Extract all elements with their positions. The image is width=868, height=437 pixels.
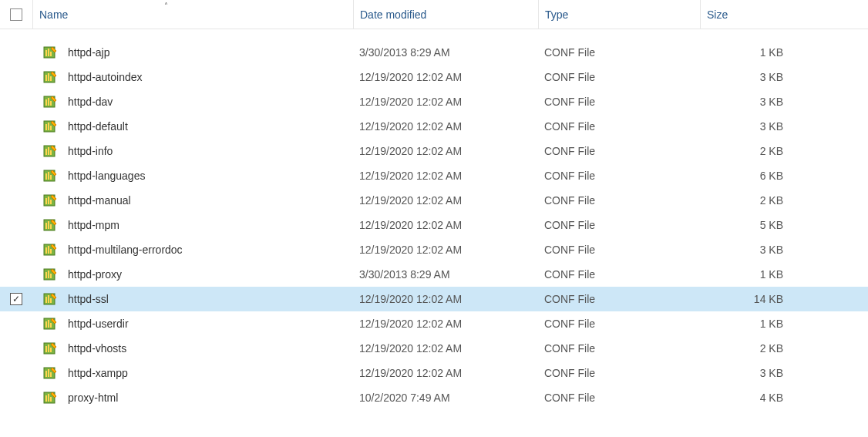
- file-row[interactable]: httpd-manual12/19/2020 12:02 AMCONF File…: [0, 188, 868, 213]
- file-rows-container: httpd-ajp3/30/2013 8:29 AMCONF File1 KBh…: [0, 29, 868, 410]
- svg-rect-2: [48, 49, 49, 56]
- conf-file-icon: [43, 243, 57, 257]
- file-name-cell[interactable]: httpd-manual: [32, 193, 353, 207]
- file-name-label: httpd-multilang-errordoc: [68, 244, 183, 256]
- conf-file-icon: [43, 391, 57, 405]
- conf-file-icon: [43, 218, 57, 232]
- file-row[interactable]: httpd-multilang-errordoc12/19/2020 12:02…: [0, 237, 868, 262]
- svg-rect-52: [48, 295, 49, 303]
- file-row[interactable]: httpd-userdir12/19/2020 12:02 AMCONF Fil…: [0, 311, 868, 336]
- file-row[interactable]: httpd-default12/19/2020 12:02 AMCONF Fil…: [0, 114, 868, 139]
- conf-file-icon: [43, 45, 57, 59]
- column-header-date[interactable]: Date modified: [353, 0, 538, 29]
- file-size-cell: 3 KB: [700, 96, 800, 108]
- file-name-cell[interactable]: httpd-multilang-errordoc: [32, 243, 353, 257]
- svg-rect-16: [45, 124, 47, 130]
- file-size-cell: 1 KB: [700, 46, 800, 59]
- file-name-cell[interactable]: httpd-vhosts: [32, 341, 353, 355]
- file-size-cell: 3 KB: [700, 244, 800, 256]
- file-date-cell: 12/19/2020 12:02 AM: [353, 96, 538, 108]
- file-date-cell: 12/19/2020 12:02 AM: [353, 194, 538, 207]
- svg-rect-41: [45, 247, 47, 254]
- file-row[interactable]: httpd-dav12/19/2020 12:02 AMCONF File3 K…: [0, 89, 868, 114]
- file-name-cell[interactable]: httpd-default: [32, 119, 353, 133]
- file-date-cell: 3/30/2013 8:29 AM: [353, 268, 538, 281]
- column-header-size[interactable]: Size: [700, 0, 800, 29]
- file-row[interactable]: httpd-mpm12/19/2020 12:02 AMCONF File5 K…: [0, 213, 868, 237]
- file-row[interactable]: httpd-proxy3/30/2013 8:29 AMCONF File1 K…: [0, 262, 868, 287]
- file-type-cell: CONF File: [538, 71, 700, 83]
- file-name-cell[interactable]: httpd-userdir: [32, 317, 353, 331]
- file-size-cell: 3 KB: [700, 367, 800, 379]
- file-size-cell: 2 KB: [700, 145, 800, 157]
- svg-rect-61: [45, 346, 47, 352]
- file-type-cell: CONF File: [538, 145, 700, 157]
- column-header-name[interactable]: Name ˄: [32, 0, 353, 29]
- file-size-cell: 4 KB: [700, 392, 800, 404]
- file-name-cell[interactable]: httpd-ajp: [32, 45, 353, 59]
- svg-rect-6: [45, 75, 47, 81]
- file-name-cell[interactable]: proxy-html: [32, 391, 353, 405]
- svg-rect-21: [45, 149, 47, 155]
- file-row[interactable]: httpd-languages12/19/2020 12:02 AMCONF F…: [0, 163, 868, 188]
- file-name-cell[interactable]: httpd-xampp: [32, 366, 353, 380]
- file-date-cell: 10/2/2020 7:49 AM: [353, 392, 538, 404]
- svg-rect-18: [50, 126, 52, 130]
- file-date-cell: 12/19/2020 12:02 AM: [353, 244, 538, 256]
- file-size-cell: 3 KB: [700, 71, 800, 83]
- svg-rect-33: [50, 200, 52, 204]
- row-checkbox[interactable]: ✓: [10, 293, 22, 305]
- svg-rect-66: [45, 371, 47, 377]
- svg-rect-53: [50, 298, 52, 303]
- file-row[interactable]: httpd-autoindex12/19/2020 12:02 AMCONF F…: [0, 65, 868, 89]
- svg-rect-22: [48, 147, 49, 155]
- file-row[interactable]: httpd-ajp3/30/2013 8:29 AMCONF File1 KB: [0, 40, 868, 65]
- column-header-date-label: Date modified: [360, 8, 426, 21]
- select-all-checkbox[interactable]: [10, 8, 22, 21]
- svg-rect-62: [48, 345, 49, 352]
- svg-rect-13: [50, 101, 52, 106]
- file-name-cell[interactable]: httpd-autoindex: [32, 70, 353, 84]
- svg-rect-56: [45, 321, 47, 328]
- file-name-cell[interactable]: httpd-mpm: [32, 218, 353, 232]
- select-all-cell[interactable]: [0, 8, 32, 21]
- file-name-cell[interactable]: httpd-ssl: [32, 292, 353, 306]
- conf-file-icon: [43, 144, 57, 158]
- row-checkbox-cell[interactable]: ✓: [0, 293, 32, 305]
- svg-rect-71: [45, 395, 47, 402]
- column-header-type[interactable]: Type: [538, 0, 700, 29]
- svg-rect-11: [45, 99, 47, 106]
- file-row[interactable]: ✓httpd-ssl12/19/2020 12:02 AMCONF File14…: [0, 287, 868, 311]
- svg-rect-32: [48, 197, 49, 204]
- file-size-cell: 5 KB: [700, 219, 800, 231]
- conf-file-icon: [43, 119, 57, 133]
- file-name-cell[interactable]: httpd-dav: [32, 95, 353, 109]
- file-size-cell: 2 KB: [700, 194, 800, 207]
- file-name-cell[interactable]: httpd-proxy: [32, 267, 353, 281]
- file-name-label: httpd-ssl: [68, 293, 109, 305]
- file-name-cell[interactable]: httpd-info: [32, 144, 353, 158]
- file-row[interactable]: httpd-xampp12/19/2020 12:02 AMCONF File3…: [0, 361, 868, 385]
- sort-ascending-icon: ˄: [164, 2, 168, 10]
- file-date-cell: 12/19/2020 12:02 AM: [353, 342, 538, 355]
- svg-rect-12: [48, 98, 49, 106]
- file-type-cell: CONF File: [538, 244, 700, 256]
- svg-rect-72: [48, 394, 49, 402]
- svg-rect-27: [48, 172, 49, 180]
- file-name-label: httpd-xampp: [68, 367, 128, 379]
- file-size-cell: 1 KB: [700, 318, 800, 330]
- file-date-cell: 12/19/2020 12:02 AM: [353, 293, 538, 305]
- file-type-cell: CONF File: [538, 219, 700, 231]
- svg-rect-73: [50, 397, 52, 402]
- svg-rect-23: [50, 150, 52, 155]
- file-date-cell: 12/19/2020 12:02 AM: [353, 219, 538, 231]
- file-row[interactable]: httpd-info12/19/2020 12:02 AMCONF File2 …: [0, 139, 868, 163]
- file-name-cell[interactable]: httpd-languages: [32, 169, 353, 183]
- svg-rect-63: [50, 348, 52, 352]
- svg-rect-17: [48, 123, 49, 130]
- file-type-cell: CONF File: [538, 318, 700, 330]
- svg-rect-3: [50, 52, 52, 56]
- file-name-label: httpd-default: [68, 120, 128, 133]
- file-row[interactable]: httpd-vhosts12/19/2020 12:02 AMCONF File…: [0, 336, 868, 361]
- file-row[interactable]: proxy-html10/2/2020 7:49 AMCONF File4 KB: [0, 385, 868, 410]
